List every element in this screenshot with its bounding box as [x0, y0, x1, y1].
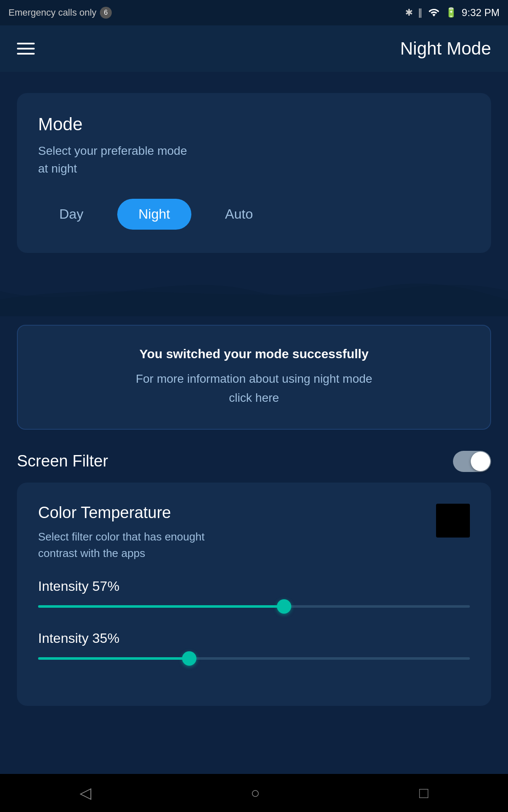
slider-2-thumb[interactable] [182, 651, 196, 666]
recents-button[interactable]: □ [419, 784, 428, 802]
toggle-knob [471, 452, 490, 471]
slider-1-fill [38, 605, 284, 608]
vibrate-icon: ‖ [418, 7, 422, 18]
hamburger-line-1 [17, 43, 35, 44]
bottom-navigation: ◁ ○ □ [0, 774, 508, 812]
mode-button-auto[interactable]: Auto [204, 199, 274, 230]
color-temp-header: Color Temperature Select filter color th… [38, 504, 470, 562]
app-header: Night Mode [0, 25, 508, 72]
color-swatch[interactable] [436, 504, 470, 538]
hamburger-line-3 [17, 53, 35, 55]
bluetooth-icon: ✱ [405, 7, 413, 18]
slider-1-container[interactable] [38, 604, 470, 609]
hamburger-menu[interactable] [17, 43, 35, 55]
mode-button-night[interactable]: Night [117, 199, 191, 230]
notification-badge: 6 [100, 7, 112, 19]
wifi-icon [428, 6, 440, 19]
screen-filter-label: Screen Filter [17, 452, 108, 470]
emergency-text: Emergency calls only [8, 7, 97, 18]
slider-2-fill [38, 657, 189, 660]
screen-filter-row: Screen Filter [17, 451, 491, 472]
mode-button-day[interactable]: Day [38, 199, 105, 230]
slider-2-container[interactable] [38, 656, 470, 661]
time-display: 9:32 PM [462, 7, 500, 19]
notification-card[interactable]: You switched your mode successfully For … [17, 325, 491, 430]
mode-card-title: Mode [38, 114, 470, 134]
mode-button-group: Day Night Auto [38, 199, 470, 230]
status-left: Emergency calls only 6 [8, 7, 112, 19]
status-bar: Emergency calls only 6 ✱ ‖ 🔋 9:32 PM [0, 0, 508, 25]
notification-title: You switched your mode successfully [35, 347, 473, 361]
slider-section-2: Intensity 35% [38, 631, 470, 661]
screen-filter-toggle[interactable] [453, 451, 491, 472]
back-button[interactable]: ◁ [80, 784, 91, 802]
color-temp-description: Select filter color that has enoughtcont… [38, 529, 204, 562]
intensity-2-label: Intensity 35% [38, 631, 470, 646]
slider-section-1: Intensity 57% [38, 579, 470, 609]
mode-card: Mode Select your preferable modeat night… [17, 93, 491, 253]
page-title: Night Mode [400, 38, 491, 59]
status-right: ✱ ‖ 🔋 9:32 PM [405, 6, 500, 19]
color-temp-title: Color Temperature [38, 504, 204, 522]
hamburger-line-2 [17, 48, 35, 49]
battery-icon: 🔋 [445, 7, 457, 18]
slider-1-thumb[interactable] [277, 599, 291, 614]
color-temp-text-block: Color Temperature Select filter color th… [38, 504, 204, 562]
main-content: Mode Select your preferable modeat night… [0, 93, 508, 706]
color-temperature-card: Color Temperature Select filter color th… [17, 483, 491, 706]
home-button[interactable]: ○ [251, 784, 260, 802]
mode-card-description: Select your preferable modeat night [38, 142, 470, 178]
intensity-1-label: Intensity 57% [38, 579, 470, 594]
wave-divider [0, 266, 508, 316]
notification-link-text: For more information about using night m… [35, 370, 473, 408]
